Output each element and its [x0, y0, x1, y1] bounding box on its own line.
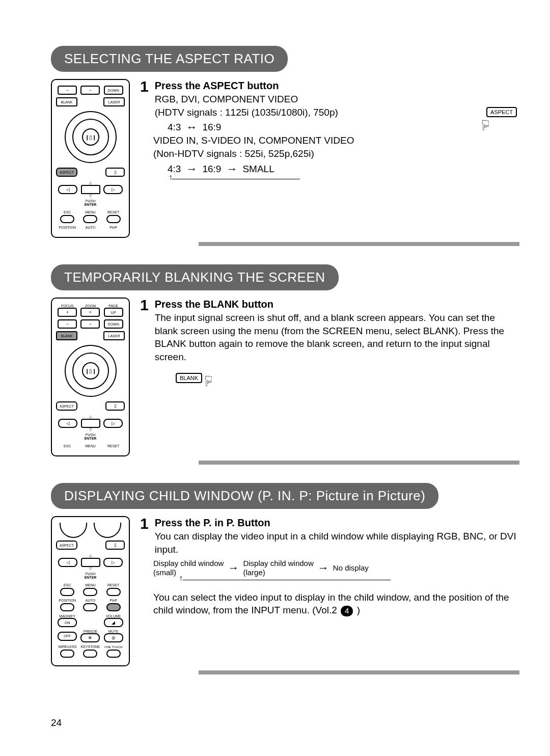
right-arrow-icon: → [318, 561, 329, 575]
page-ref-badge: 4 [341, 606, 353, 616]
remote-illustration-aspect: − − DOWN BLANK LASER ❙▯❙ ASPECT [51, 79, 130, 238]
step-title-aspect: Press the ASPECT button [155, 80, 338, 92]
blank-body: The input signal screen is shut off, and… [155, 311, 519, 364]
hand-icon: ☟ [204, 373, 213, 390]
step-title-pip: Press the P. in P. Button [155, 517, 519, 529]
step-number: 1 [140, 516, 149, 531]
aspect-line4: (Non-HDTV signals : 525i, 525p,625i) [153, 147, 519, 160]
double-arrow-icon: ↔ [186, 121, 197, 134]
pip-body1: You can display the video input in a chi… [155, 530, 519, 556]
section-pip: DISPLAYING CHILD WINDOW (P. IN. P: Pictu… [51, 483, 519, 674]
hand-icon: ☟ [481, 117, 490, 134]
aspect-sequence-1: 4:3 ↔ 16:9 [168, 121, 519, 134]
blank-button-highlight: BLANK [56, 331, 77, 340]
section-divider [199, 461, 519, 465]
section-blank: TEMPORARILY BLANKING THE SCREEN FOCUS+ Z… [51, 264, 519, 465]
aspect-button-highlight: ASPECT [56, 168, 77, 177]
aspect-line3: VIDEO IN, S-VIDEO IN, COMPONENT VIDEO [153, 134, 519, 147]
heading-aspect: SELECTING THE ASPECT RATIO [51, 46, 288, 72]
pip-body2: You can select the video input to displa… [153, 591, 519, 617]
right-arrow-icon: → [186, 163, 197, 176]
aspect-sequence-2: 4:3 → 16:9 → SMALL [168, 163, 519, 176]
remote-illustration-blank: FOCUS+ ZOOM+ PAGEUP − − DOWN BLANK LASER [51, 298, 130, 456]
aspect-keycap-illustration: ASPECT ☟ [484, 102, 519, 138]
up-arrow-icon: ↑ [169, 173, 173, 182]
aspect-line2: (HDTV signals : 1125i (1035i/1080i), 750… [155, 106, 338, 119]
remote-illustration-pip: ASPECT ▯ ◁ △ ▽ ▷ PUSHENTER [51, 516, 130, 666]
section-divider [199, 670, 519, 674]
step-title-blank: Press the BLANK button [155, 299, 519, 310]
aspect-line1: RGB, DVI, COMPONENT VIDEO [155, 93, 338, 106]
section-divider [199, 242, 519, 246]
up-arrow-icon: ↑ [179, 574, 183, 583]
section-aspect: SELECTING THE ASPECT RATIO − − DOWN BLAN… [51, 46, 519, 246]
pip-sequence: Display child window (small) → Display c… [153, 559, 519, 577]
blank-keycap-illustration: BLANK ☟ [176, 373, 519, 390]
step-number: 1 [140, 79, 149, 94]
page-number: 24 [51, 717, 62, 728]
heading-pip: DISPLAYING CHILD WINDOW (P. IN. P: Pictu… [51, 483, 438, 509]
right-arrow-icon: → [228, 561, 239, 575]
right-arrow-icon: → [226, 163, 237, 176]
pinp-button-highlight [106, 603, 121, 611]
step-number: 1 [140, 298, 149, 313]
page: SELECTING THE ASPECT RATIO − − DOWN BLAN… [0, 0, 550, 756]
heading-blank: TEMPORARILY BLANKING THE SCREEN [51, 264, 339, 290]
